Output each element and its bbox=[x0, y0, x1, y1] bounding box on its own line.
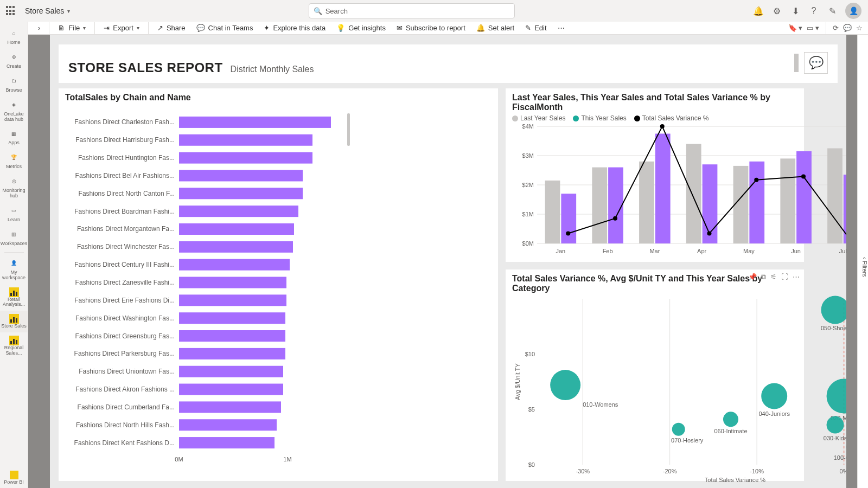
svg-rect-65 bbox=[179, 277, 286, 288]
nav-browse[interactable]: 🗀Browse bbox=[0, 73, 28, 97]
svg-point-107 bbox=[723, 412, 738, 427]
svg-text:010-Womens: 010-Womens bbox=[583, 401, 618, 408]
svg-text:Fashions Direct Parkersburg Fa: Fashions Direct Parkersburg Fas... bbox=[74, 350, 175, 357]
pages-pane-toggle[interactable]: › bbox=[34, 22, 44, 34]
filters-pane-collapsed[interactable]: ‹ Filters bbox=[857, 35, 868, 488]
nav-onelake[interactable]: ◈OneLake data hub bbox=[0, 97, 28, 126]
notifications-icon[interactable]: 🔔 bbox=[753, 5, 764, 16]
search-icon: 🔍 bbox=[314, 7, 322, 15]
plus-circle-icon: ⊕ bbox=[9, 52, 20, 63]
refresh-icon[interactable]: ⟳ bbox=[833, 24, 839, 32]
slicer-placeholder[interactable] bbox=[794, 54, 799, 72]
download-icon[interactable]: ⬇ bbox=[790, 5, 801, 16]
pinned-report-regional[interactable]: Regional Sales... bbox=[0, 332, 28, 359]
svg-point-111 bbox=[821, 296, 846, 324]
svg-text:$5: $5 bbox=[528, 406, 535, 413]
svg-text:030-Kids: 030-Kids bbox=[824, 435, 846, 441]
ellipsis-icon[interactable]: ⋯ bbox=[793, 273, 800, 281]
person-icon: 👤 bbox=[9, 258, 20, 269]
share-button[interactable]: ↗Share bbox=[153, 22, 190, 34]
explore-data-button[interactable]: ✦Explore this data bbox=[259, 22, 330, 34]
canvas-gutter-left bbox=[28, 35, 50, 488]
comment-pane-icon[interactable]: 💬 bbox=[843, 24, 852, 32]
svg-text:Fashions Direct Greensburg Fas: Fashions Direct Greensburg Fas... bbox=[75, 332, 175, 340]
nav-my-workspace[interactable]: 👤My workspace bbox=[0, 255, 28, 284]
file-menu[interactable]: 🗎File▾ bbox=[54, 22, 90, 34]
svg-rect-69 bbox=[179, 312, 285, 324]
svg-rect-59 bbox=[179, 223, 294, 235]
bookmark-dropdown[interactable]: 🔖 ▾ bbox=[788, 24, 803, 32]
svg-rect-55 bbox=[179, 188, 303, 199]
svg-text:Fashions Direct Century III Fa: Fashions Direct Century III Fashi... bbox=[74, 261, 175, 268]
comment-button[interactable]: 💬 bbox=[804, 52, 828, 74]
export-menu[interactable]: ⇥Export▾ bbox=[99, 22, 144, 34]
combo-chart-card[interactable]: Last Year Sales, This Year Sales and Tot… bbox=[506, 88, 804, 262]
help-icon[interactable]: ? bbox=[808, 5, 819, 16]
app-launcher-icon[interactable] bbox=[4, 4, 17, 17]
nav-workspaces[interactable]: ▥Workspaces bbox=[0, 226, 28, 250]
nav-home[interactable]: ⌂Home bbox=[0, 25, 28, 49]
chevron-down-icon: ▾ bbox=[67, 8, 70, 14]
svg-rect-86 bbox=[347, 113, 350, 146]
svg-rect-79 bbox=[179, 401, 281, 413]
svg-text:Fashions Direct Winchester Fas: Fashions Direct Winchester Fas... bbox=[77, 243, 175, 251]
speech-bubble-icon: 💬 bbox=[809, 56, 824, 70]
workspace-picker[interactable]: Store Sales ▾ bbox=[25, 7, 70, 15]
svg-text:Fashions Direct Kent Fashions : Fashions Direct Kent Fashions D... bbox=[74, 439, 175, 447]
svg-rect-30 bbox=[796, 151, 812, 243]
set-alert-button[interactable]: 🔔Set alert bbox=[472, 22, 519, 34]
svg-text:Jul: Jul bbox=[839, 248, 846, 254]
filter-icon[interactable]: ⚟ bbox=[770, 273, 777, 281]
overflow-menu[interactable]: ⋯ bbox=[553, 22, 569, 34]
subscribe-button[interactable]: ✉Subscribe to report bbox=[392, 22, 470, 34]
svg-text:$4M: $4M bbox=[522, 123, 534, 130]
svg-rect-27 bbox=[749, 162, 764, 243]
edit-button[interactable]: ✎Edit bbox=[521, 22, 551, 34]
feedback-icon[interactable]: ✎ bbox=[827, 5, 838, 16]
nav-metrics[interactable]: 🏆Metrics bbox=[0, 149, 28, 173]
legend-swatch-last-year bbox=[512, 115, 518, 121]
svg-text:Fashions Direct Akron Fashions: Fashions Direct Akron Fashions ... bbox=[75, 386, 175, 393]
svg-text:$10: $10 bbox=[525, 351, 535, 357]
chat-teams-button[interactable]: 💬Chat in Teams bbox=[192, 22, 258, 34]
favorite-icon[interactable]: ☆ bbox=[856, 24, 863, 32]
chevron-down-icon: ▾ bbox=[137, 25, 139, 31]
get-insights-button[interactable]: 💡Get insights bbox=[332, 22, 390, 34]
svg-text:Apr: Apr bbox=[697, 248, 706, 254]
svg-text:Fashions Direct Boardman Fashi: Fashions Direct Boardman Fashi... bbox=[74, 208, 175, 215]
hbar-chart-card[interactable]: TotalSales by Chain and Name Fashions Di… bbox=[59, 88, 498, 481]
copy-icon[interactable]: ⧉ bbox=[761, 273, 766, 281]
view-dropdown[interactable]: ▭ ▾ bbox=[807, 24, 819, 32]
svg-rect-47 bbox=[179, 117, 331, 128]
nav-apps[interactable]: ▦Apps bbox=[0, 125, 28, 149]
chevron-left-icon: ‹ bbox=[861, 257, 868, 259]
bubble-chart-card[interactable]: 📌 ⧉ ⚟ ⛶ ⋯ Total Sales Variance %, Avg $/… bbox=[506, 269, 804, 481]
svg-rect-18 bbox=[608, 168, 623, 243]
svg-text:0%: 0% bbox=[840, 468, 846, 474]
nav-create[interactable]: ⊕Create bbox=[0, 49, 28, 73]
user-avatar[interactable]: 👤 bbox=[845, 3, 861, 19]
combo-chart-legend: Last Year Sales This Year Sales Total Sa… bbox=[512, 114, 797, 122]
workspace-name: Store Sales bbox=[25, 7, 64, 15]
svg-rect-29 bbox=[780, 158, 795, 243]
pin-icon[interactable]: 📌 bbox=[748, 273, 757, 281]
svg-text:Fashions Direct Huntington Fas: Fashions Direct Huntington Fas... bbox=[78, 154, 175, 162]
apps-icon: ▦ bbox=[9, 129, 20, 139]
focus-icon[interactable]: ⛶ bbox=[781, 273, 788, 281]
svg-text:Avg $/Unit TY: Avg $/Unit TY bbox=[514, 363, 521, 400]
mail-icon: ✉ bbox=[397, 24, 403, 32]
global-search[interactable]: 🔍 Search bbox=[309, 3, 515, 18]
pinned-report-retail[interactable]: Retail Analysis... bbox=[0, 284, 28, 311]
svg-point-115 bbox=[827, 416, 844, 434]
pinned-report-store-sales[interactable]: Store Sales bbox=[0, 311, 28, 332]
svg-text:Fashions Direct Washington Fas: Fashions Direct Washington Fas... bbox=[75, 314, 175, 322]
settings-icon[interactable]: ⚙ bbox=[771, 5, 782, 16]
nav-monitoring[interactable]: ◎Monitoring hub bbox=[0, 173, 28, 202]
svg-text:Fashions Direct Erie Fashions : Fashions Direct Erie Fashions Di... bbox=[74, 297, 175, 304]
svg-text:$2M: $2M bbox=[522, 182, 534, 188]
legend-swatch-this-year bbox=[573, 115, 579, 121]
svg-text:Mar: Mar bbox=[649, 248, 660, 254]
svg-rect-21 bbox=[655, 134, 671, 244]
nav-learn[interactable]: ▭Learn bbox=[0, 202, 28, 226]
filters-label: Filters bbox=[861, 261, 868, 277]
